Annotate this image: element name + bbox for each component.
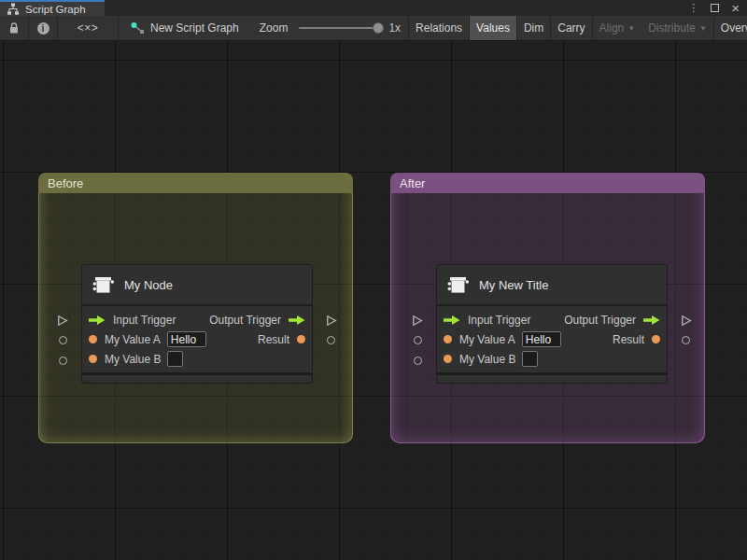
node-footer: [436, 373, 668, 384]
input-trigger-outer-port[interactable]: [412, 315, 423, 327]
trigger-port-icon: [57, 315, 68, 327]
script-graph-window: Script Graph ⋮ × i <×>: [0, 0, 747, 560]
chevron-down-icon: ▼: [699, 24, 707, 33]
graph-canvas[interactable]: Before After: [0, 41, 747, 560]
window-controls: ⋮ ×: [688, 0, 747, 16]
distribute-label: Distribute: [648, 21, 696, 35]
value-b-row: My Value B: [437, 349, 667, 369]
unit-node-icon: [445, 273, 470, 296]
relations-button[interactable]: Relations: [409, 16, 469, 41]
info-button[interactable]: i: [29, 16, 57, 41]
tab-label: Script Graph: [25, 4, 86, 15]
carry-button[interactable]: Carry: [551, 16, 591, 41]
result-label: Result: [613, 333, 644, 346]
dim-button[interactable]: Dim: [517, 16, 550, 41]
maximize-icon[interactable]: [711, 4, 719, 12]
chevron-down-icon: ▼: [627, 24, 635, 33]
graph-hierarchy-icon: [7, 3, 20, 15]
flow-arrow-icon: [289, 315, 305, 326]
value-b-input[interactable]: [167, 351, 183, 367]
output-trigger-outer-port[interactable]: [681, 315, 692, 327]
value-a-port[interactable]: [89, 335, 97, 343]
unit-node-icon: [91, 273, 115, 296]
value-port-icon: [414, 336, 422, 344]
value-port-icon: [59, 357, 67, 365]
value-b-port[interactable]: [89, 355, 97, 363]
output-trigger-label: Output Trigger: [209, 314, 281, 327]
trigger-port-icon: [326, 315, 337, 327]
value-a-outer-port[interactable]: [414, 336, 422, 344]
align-dropdown[interactable]: Align ▼: [593, 16, 642, 41]
value-b-input[interactable]: [522, 351, 538, 367]
value-a-port[interactable]: [444, 335, 452, 343]
input-trigger-port[interactable]: [89, 315, 106, 326]
output-trigger-label: Output Trigger: [564, 314, 636, 327]
trigger-row: Input Trigger Output Trigger: [437, 310, 667, 329]
node-body[interactable]: My New Title Input Trigger Output Trigge…: [436, 264, 668, 373]
zoom-slider-knob[interactable]: [373, 22, 384, 34]
result-outer-port[interactable]: [682, 336, 690, 344]
node-body[interactable]: My Node Input Trigger Output Trigger: [81, 264, 313, 373]
node-header[interactable]: My New Title: [437, 265, 667, 306]
values-button[interactable]: Values: [470, 16, 516, 41]
node-my-node[interactable]: My Node Input Trigger Output Trigger: [81, 264, 313, 384]
value-b-label: My Value B: [459, 353, 515, 366]
input-trigger-outer-port[interactable]: [57, 315, 68, 327]
tab-script-graph[interactable]: Script Graph: [0, 0, 105, 16]
result-port[interactable]: [652, 335, 660, 343]
value-a-row: My Value A Result: [437, 329, 667, 349]
value-a-input[interactable]: [522, 331, 561, 347]
output-trigger-port[interactable]: [289, 315, 305, 326]
script-graph-asset-icon: [130, 21, 145, 35]
group-before-header[interactable]: Before: [38, 173, 353, 193]
result-outer-port[interactable]: [327, 336, 335, 344]
value-port-icon: [327, 336, 335, 344]
output-trigger-port[interactable]: [643, 315, 660, 326]
trigger-row: Input Trigger Output Trigger: [82, 310, 312, 329]
zoom-label: Zoom: [260, 21, 289, 35]
overview-button[interactable]: Overview: [714, 16, 747, 41]
group-after-header[interactable]: After: [390, 173, 705, 193]
value-a-input[interactable]: [167, 331, 206, 347]
result-port[interactable]: [297, 335, 305, 343]
code-icon: <×>: [78, 21, 99, 35]
value-a-label: My Value A: [105, 333, 161, 346]
close-icon[interactable]: ×: [731, 1, 740, 15]
lock-icon: [8, 21, 20, 35]
graph-name: New Script Graph: [130, 21, 239, 35]
value-b-port[interactable]: [444, 355, 452, 363]
flow-arrow-icon: [444, 315, 460, 326]
node-title: My New Title: [479, 278, 548, 292]
node-title: My Node: [124, 278, 173, 292]
value-port-icon: [59, 336, 67, 344]
toolbar-separator: [118, 16, 119, 41]
group-before-label: Before: [48, 176, 83, 190]
graph-name-label: New Script Graph: [150, 21, 239, 35]
lock-button[interactable]: [0, 16, 28, 41]
input-trigger-port[interactable]: [444, 315, 460, 326]
input-trigger-label: Input Trigger: [468, 314, 530, 327]
value-a-outer-port[interactable]: [59, 336, 67, 344]
node-my-new-title[interactable]: My New Title Input Trigger Output Trigge…: [436, 264, 668, 384]
titlebar-spacer: [105, 0, 688, 16]
window-menu-icon[interactable]: ⋮: [688, 3, 698, 13]
group-after-label: After: [400, 176, 425, 190]
value-b-outer-port[interactable]: [414, 357, 422, 365]
value-port-icon: [414, 357, 422, 365]
value-b-outer-port[interactable]: [59, 357, 67, 365]
info-icon: i: [37, 22, 49, 35]
node-header[interactable]: My Node: [82, 265, 312, 306]
zoom-value: 1x: [388, 21, 401, 35]
value-a-row: My Value A Result: [82, 329, 312, 349]
toolbar: i <×> New Script Graph Zoom 1x Relations…: [0, 16, 747, 41]
zoom-control: Zoom 1x: [260, 21, 408, 35]
result-label: Result: [258, 333, 289, 346]
input-trigger-label: Input Trigger: [113, 314, 176, 327]
value-b-label: My Value B: [105, 353, 161, 366]
distribute-dropdown[interactable]: Distribute ▼: [641, 16, 713, 41]
value-b-row: My Value B: [82, 349, 312, 369]
code-view-button[interactable]: <×>: [58, 16, 118, 41]
output-trigger-outer-port[interactable]: [326, 315, 337, 327]
zoom-slider[interactable]: [299, 27, 379, 29]
align-label: Align: [599, 21, 625, 35]
